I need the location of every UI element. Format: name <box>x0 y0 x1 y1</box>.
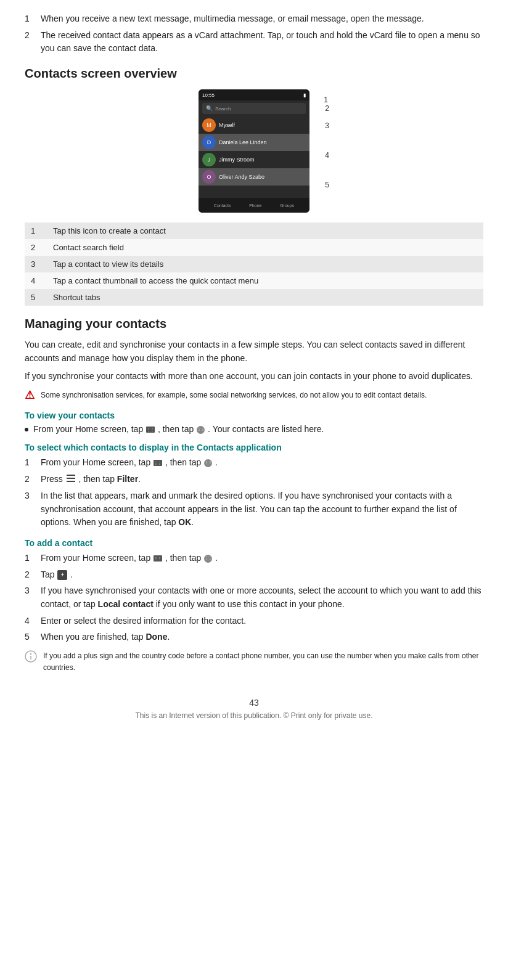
to-select-num-3: 3 <box>25 489 35 529</box>
to-add-num-4: 4 <box>25 615 35 628</box>
to-add-text-5: When you are finished, tap Done. <box>41 631 170 644</box>
table-row-2: 2 Contact search field <box>25 239 483 256</box>
to-select-heading: To select which contacts to display in t… <box>25 443 483 452</box>
to-add-num-5: 5 <box>25 631 35 644</box>
done-label: Done <box>145 632 167 642</box>
step-text-1: When you receive a new text message, mul… <box>41 12 424 26</box>
to-add-step-3: 3 If you have synchronised your contacts… <box>25 584 483 611</box>
to-select-step-1: 1 From your Home screen, tap , then tap … <box>25 456 483 470</box>
phone-avatar-myself: M <box>202 118 216 132</box>
local-contact-label: Local contact <box>98 599 154 609</box>
to-view-heading: To view your contacts <box>25 410 483 420</box>
phone-avatar-jimmy: J <box>202 153 216 166</box>
svg-point-9 <box>30 653 31 655</box>
table-desc-2: Contact search field <box>47 239 483 256</box>
filter-label: Filter <box>117 474 138 484</box>
to-add-step-2: 2 Tap + . <box>25 568 483 582</box>
contacts-icon-2 <box>204 459 212 467</box>
to-add-step-5: 5 When you are finished, tap Done. <box>25 631 483 644</box>
screen-overview-diagram: 10:55 ▮ 🔍 Search M Myself D Daniela Lee … <box>25 89 483 213</box>
phone-contact-name-daniela: Daniela Lee Linden <box>219 139 267 145</box>
phone-tab-phone: Phone <box>249 203 261 208</box>
to-select-text-3: In the list that appears, mark and unmar… <box>41 489 483 529</box>
overview-table: 1 Tap this icon to create a contact 2 Co… <box>25 223 483 306</box>
to-add-step-4: 4 Enter or select the desired informatio… <box>25 615 483 628</box>
svg-rect-5 <box>67 475 75 476</box>
to-add-heading: To add a contact <box>25 538 483 548</box>
table-desc-4: Tap a contact thumbnail to access the qu… <box>47 272 483 289</box>
tip-text: If you add a plus sign and the country c… <box>43 650 483 673</box>
add-contact-icon: + <box>57 570 67 580</box>
to-select-step-2: 2 Press , then tap Filter. <box>25 473 483 486</box>
to-select-num-1: 1 <box>25 456 35 470</box>
to-add-text-4: Enter or select the desired information … <box>41 615 246 628</box>
callout-4: 4 <box>325 151 329 160</box>
ok-label: OK <box>178 517 191 527</box>
footer-legal: This is an Internet version of this publ… <box>25 711 483 720</box>
apps-grid-icon <box>146 427 155 433</box>
tip-note: If you add a plus sign and the country c… <box>25 650 483 673</box>
managing-para2: If you synchronise your contacts with mo… <box>25 370 483 383</box>
table-row-5: 5 Shortcut tabs <box>25 289 483 306</box>
bullet-dot <box>25 428 28 431</box>
phone-avatar-oliver: O <box>202 170 216 184</box>
svg-rect-7 <box>67 481 75 482</box>
phone-contact-oliver: O Oliver Andy Szabo <box>199 168 309 186</box>
table-row-4: 4 Tap a contact thumbnail to access the … <box>25 272 483 289</box>
to-add-steps: 1 From your Home screen, tap , then tap … <box>25 552 483 644</box>
phone-contact-jimmy: J Jimmy Stroom <box>199 151 309 168</box>
phone-search-bar: 🔍 Search <box>202 103 306 114</box>
to-view-bullet: From your Home screen, tap , then tap . … <box>25 424 483 434</box>
to-add-num-2: 2 <box>25 568 35 582</box>
phone-search-icon: 🔍 <box>206 105 213 112</box>
table-desc-1: Tap this icon to create a contact <box>47 223 483 239</box>
step-num-2: 2 <box>25 29 35 55</box>
callout-5: 5 <box>325 181 329 189</box>
table-num-1: 1 <box>25 223 47 239</box>
phone-header: 10:55 ▮ <box>199 89 309 100</box>
to-view-text: From your Home screen, tap , then tap . … <box>33 424 324 434</box>
phone-contact-daniela: D Daniela Lee Linden <box>199 134 309 151</box>
callout-1: 1 <box>324 96 328 104</box>
table-num-4: 4 <box>25 272 47 289</box>
page-footer: 43 This is an Internet version of this p… <box>25 692 483 720</box>
contacts-screen-heading: Contacts screen overview <box>25 67 483 81</box>
contacts-icon <box>197 426 205 434</box>
menu-icon <box>67 473 75 486</box>
phone-battery-icon: ▮ <box>303 92 306 98</box>
callout-2: 2 <box>325 104 329 113</box>
to-select-text-1: From your Home screen, tap , then tap . <box>41 456 218 470</box>
phone-screen-mockup: 10:55 ▮ 🔍 Search M Myself D Daniela Lee … <box>199 89 309 213</box>
apps-grid-icon-3 <box>154 555 162 561</box>
to-add-text-1: From your Home screen, tap , then tap . <box>41 552 218 565</box>
to-add-text-3: If you have synchronised your contacts w… <box>41 584 483 611</box>
svg-rect-6 <box>67 478 75 479</box>
phone-tab-groups: Groups <box>280 203 294 208</box>
to-add-num-3: 3 <box>25 584 35 611</box>
to-select-step-3: 3 In the list that appears, mark and unm… <box>25 489 483 529</box>
warning-text: Some synchronisation services, for examp… <box>41 390 427 401</box>
table-num-5: 5 <box>25 289 47 306</box>
table-desc-5: Shortcut tabs <box>47 289 483 306</box>
page-number: 43 <box>25 698 483 708</box>
phone-avatar-daniela: D <box>202 136 216 149</box>
phone-tabs-bar: Contacts Phone Groups <box>199 198 309 213</box>
intro-steps: 1 When you receive a new text message, m… <box>25 12 483 55</box>
intro-step-1: 1 When you receive a new text message, m… <box>25 12 483 26</box>
phone-time: 10:55 <box>202 92 215 98</box>
to-select-text-2: Press , then tap Filter. <box>41 473 141 486</box>
phone-search-text: Search <box>215 106 231 112</box>
contacts-icon-3 <box>204 555 212 563</box>
to-select-steps: 1 From your Home screen, tap , then tap … <box>25 456 483 529</box>
table-row-1: 1 Tap this icon to create a contact <box>25 223 483 239</box>
callout-3: 3 <box>325 121 329 130</box>
warning-note: ⚠ Some synchronisation services, for exa… <box>25 390 483 402</box>
apps-grid-icon-2 <box>154 460 162 466</box>
managing-heading: Managing your contacts <box>25 317 483 331</box>
table-row-3: 3 Tap a contact to view its details <box>25 256 483 272</box>
step-text-2: The received contact data appears as a v… <box>41 29 483 55</box>
table-desc-3: Tap a contact to view its details <box>47 256 483 272</box>
to-add-step-1: 1 From your Home screen, tap , then tap … <box>25 552 483 565</box>
phone-tab-contacts: Contacts <box>214 203 231 208</box>
to-select-num-2: 2 <box>25 473 35 486</box>
